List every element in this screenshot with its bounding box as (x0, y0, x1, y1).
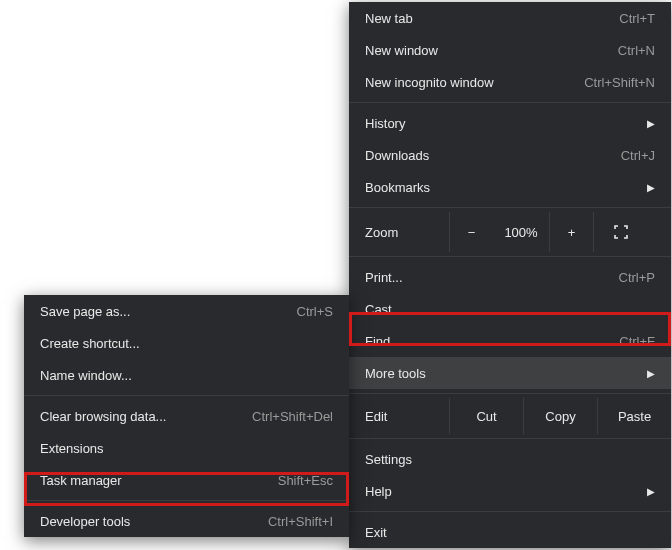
menu-label: Extensions (40, 441, 333, 456)
menu-item-create-shortcut[interactable]: Create shortcut... (24, 327, 349, 359)
menu-label: Downloads (365, 148, 621, 163)
zoom-in-button[interactable]: + (549, 212, 593, 252)
plus-icon: + (568, 225, 576, 240)
menu-item-history[interactable]: History ▶ (349, 107, 671, 139)
paste-button[interactable]: Paste (597, 398, 671, 434)
menu-label: Developer tools (40, 514, 268, 529)
zoom-label: Zoom (365, 225, 398, 240)
menu-label: Cast... (365, 302, 655, 317)
menu-label: New incognito window (365, 75, 584, 90)
menu-label: Print... (365, 270, 619, 285)
minus-icon: − (468, 225, 476, 240)
menu-item-exit[interactable]: Exit (349, 516, 671, 548)
copy-button[interactable]: Copy (523, 398, 597, 434)
menu-label: Help (365, 484, 639, 499)
separator (349, 511, 671, 512)
menu-label: Bookmarks (365, 180, 639, 195)
menu-label: History (365, 116, 639, 131)
chevron-right-icon: ▶ (647, 118, 655, 129)
menu-label: Create shortcut... (40, 336, 333, 351)
separator (349, 438, 671, 439)
menu-item-new-window[interactable]: New window Ctrl+N (349, 34, 671, 66)
zoom-out-button[interactable]: − (449, 212, 493, 252)
menu-label: Task manager (40, 473, 278, 488)
main-menu: New tab Ctrl+T New window Ctrl+N New inc… (349, 2, 671, 548)
menu-shortcut: Ctrl+Shift+I (268, 514, 333, 529)
menu-label: Exit (365, 525, 655, 540)
copy-label: Copy (545, 409, 575, 424)
menu-shortcut: Ctrl+J (621, 148, 655, 163)
fullscreen-button[interactable] (593, 212, 647, 252)
menu-item-new-incognito[interactable]: New incognito window Ctrl+Shift+N (349, 66, 671, 98)
menu-shortcut: Ctrl+S (297, 304, 333, 319)
chevron-right-icon: ▶ (647, 486, 655, 497)
menu-label: Settings (365, 452, 655, 467)
separator (24, 395, 349, 396)
separator (349, 393, 671, 394)
menu-shortcut: Shift+Esc (278, 473, 333, 488)
separator (24, 500, 349, 501)
menu-item-clear-browsing-data[interactable]: Clear browsing data... Ctrl+Shift+Del (24, 400, 349, 432)
menu-label: Clear browsing data... (40, 409, 252, 424)
separator (349, 256, 671, 257)
separator (349, 207, 671, 208)
edit-label: Edit (365, 409, 387, 424)
menu-shortcut: Ctrl+P (619, 270, 655, 285)
menu-label: Save page as... (40, 304, 297, 319)
menu-item-print[interactable]: Print... Ctrl+P (349, 261, 671, 293)
menu-item-downloads[interactable]: Downloads Ctrl+J (349, 139, 671, 171)
menu-item-more-tools[interactable]: More tools ▶ (349, 357, 671, 389)
menu-item-help[interactable]: Help ▶ (349, 475, 671, 507)
menu-item-developer-tools[interactable]: Developer tools Ctrl+Shift+I (24, 505, 349, 537)
menu-item-zoom: Zoom − 100% + (349, 212, 671, 252)
menu-label: More tools (365, 366, 639, 381)
fullscreen-icon (614, 225, 628, 239)
menu-shortcut: Ctrl+N (618, 43, 655, 58)
menu-item-cast[interactable]: Cast... (349, 293, 671, 325)
zoom-percent: 100% (493, 212, 549, 252)
more-tools-submenu: Save page as... Ctrl+S Create shortcut..… (24, 295, 349, 537)
chevron-right-icon: ▶ (647, 182, 655, 193)
menu-item-new-tab[interactable]: New tab Ctrl+T (349, 2, 671, 34)
zoom-value: 100% (504, 225, 537, 240)
separator (349, 102, 671, 103)
menu-item-find[interactable]: Find... Ctrl+F (349, 325, 671, 357)
menu-item-bookmarks[interactable]: Bookmarks ▶ (349, 171, 671, 203)
menu-item-name-window[interactable]: Name window... (24, 359, 349, 391)
menu-label: New tab (365, 11, 619, 26)
paste-label: Paste (618, 409, 651, 424)
menu-item-save-page-as[interactable]: Save page as... Ctrl+S (24, 295, 349, 327)
menu-shortcut: Ctrl+Shift+Del (252, 409, 333, 424)
cut-button[interactable]: Cut (449, 398, 523, 434)
menu-label: New window (365, 43, 618, 58)
menu-item-settings[interactable]: Settings (349, 443, 671, 475)
menu-item-edit: Edit Cut Copy Paste (349, 398, 671, 434)
menu-item-task-manager[interactable]: Task manager Shift+Esc (24, 464, 349, 496)
chevron-right-icon: ▶ (647, 368, 655, 379)
cut-label: Cut (476, 409, 496, 424)
menu-shortcut: Ctrl+Shift+N (584, 75, 655, 90)
menu-label: Find... (365, 334, 619, 349)
menu-item-extensions[interactable]: Extensions (24, 432, 349, 464)
menu-shortcut: Ctrl+T (619, 11, 655, 26)
menu-label: Name window... (40, 368, 333, 383)
menu-shortcut: Ctrl+F (619, 334, 655, 349)
